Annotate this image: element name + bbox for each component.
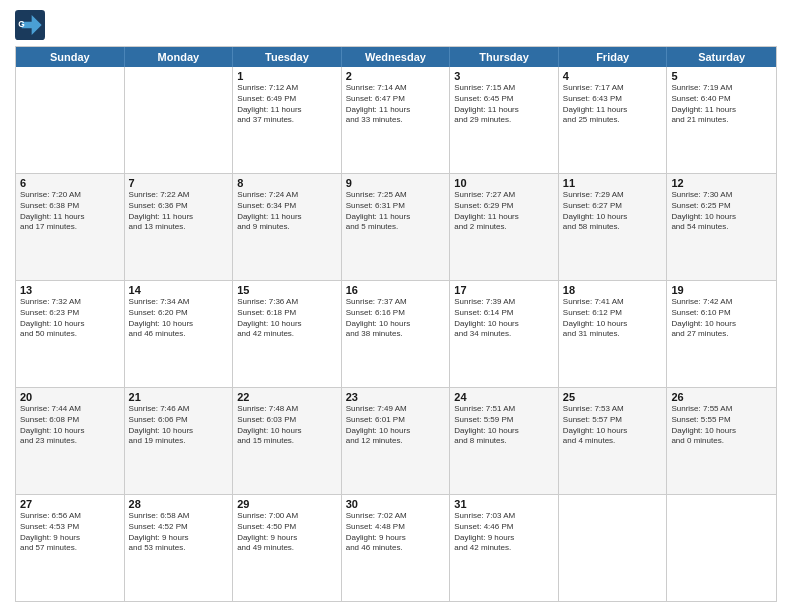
day-number: 8 (237, 177, 337, 189)
calendar-cell: 27Sunrise: 6:56 AM Sunset: 4:53 PM Dayli… (16, 495, 125, 601)
day-number: 22 (237, 391, 337, 403)
cell-detail: Sunrise: 7:25 AM Sunset: 6:31 PM Dayligh… (346, 190, 446, 233)
day-number: 7 (129, 177, 229, 189)
cell-detail: Sunrise: 7:24 AM Sunset: 6:34 PM Dayligh… (237, 190, 337, 233)
cell-detail: Sunrise: 7:20 AM Sunset: 6:38 PM Dayligh… (20, 190, 120, 233)
day-number: 1 (237, 70, 337, 82)
cell-detail: Sunrise: 7:12 AM Sunset: 6:49 PM Dayligh… (237, 83, 337, 126)
day-number: 25 (563, 391, 663, 403)
calendar-cell: 14Sunrise: 7:34 AM Sunset: 6:20 PM Dayli… (125, 281, 234, 387)
cell-detail: Sunrise: 6:56 AM Sunset: 4:53 PM Dayligh… (20, 511, 120, 554)
day-number: 9 (346, 177, 446, 189)
calendar-cell: 15Sunrise: 7:36 AM Sunset: 6:18 PM Dayli… (233, 281, 342, 387)
calendar-cell: 28Sunrise: 6:58 AM Sunset: 4:52 PM Dayli… (125, 495, 234, 601)
calendar-cell: 24Sunrise: 7:51 AM Sunset: 5:59 PM Dayli… (450, 388, 559, 494)
day-number: 30 (346, 498, 446, 510)
cell-detail: Sunrise: 7:53 AM Sunset: 5:57 PM Dayligh… (563, 404, 663, 447)
calendar-cell: 26Sunrise: 7:55 AM Sunset: 5:55 PM Dayli… (667, 388, 776, 494)
calendar-row-1: 6Sunrise: 7:20 AM Sunset: 6:38 PM Daylig… (16, 173, 776, 280)
day-number: 12 (671, 177, 772, 189)
calendar-cell: 31Sunrise: 7:03 AM Sunset: 4:46 PM Dayli… (450, 495, 559, 601)
day-number: 6 (20, 177, 120, 189)
cell-detail: Sunrise: 7:00 AM Sunset: 4:50 PM Dayligh… (237, 511, 337, 554)
cell-detail: Sunrise: 7:02 AM Sunset: 4:48 PM Dayligh… (346, 511, 446, 554)
cell-detail: Sunrise: 7:39 AM Sunset: 6:14 PM Dayligh… (454, 297, 554, 340)
day-number: 10 (454, 177, 554, 189)
day-number: 2 (346, 70, 446, 82)
day-number: 5 (671, 70, 772, 82)
header: G (15, 10, 777, 40)
calendar-cell: 1Sunrise: 7:12 AM Sunset: 6:49 PM Daylig… (233, 67, 342, 173)
calendar-cell: 30Sunrise: 7:02 AM Sunset: 4:48 PM Dayli… (342, 495, 451, 601)
day-number: 27 (20, 498, 120, 510)
calendar-cell: 18Sunrise: 7:41 AM Sunset: 6:12 PM Dayli… (559, 281, 668, 387)
day-number: 11 (563, 177, 663, 189)
calendar-cell: 10Sunrise: 7:27 AM Sunset: 6:29 PM Dayli… (450, 174, 559, 280)
calendar-cell: 16Sunrise: 7:37 AM Sunset: 6:16 PM Dayli… (342, 281, 451, 387)
cell-detail: Sunrise: 6:58 AM Sunset: 4:52 PM Dayligh… (129, 511, 229, 554)
calendar-cell: 9Sunrise: 7:25 AM Sunset: 6:31 PM Daylig… (342, 174, 451, 280)
cell-detail: Sunrise: 7:41 AM Sunset: 6:12 PM Dayligh… (563, 297, 663, 340)
day-header-saturday: Saturday (667, 47, 776, 67)
calendar-row-3: 20Sunrise: 7:44 AM Sunset: 6:08 PM Dayli… (16, 387, 776, 494)
day-number: 17 (454, 284, 554, 296)
day-number: 24 (454, 391, 554, 403)
calendar-cell: 2Sunrise: 7:14 AM Sunset: 6:47 PM Daylig… (342, 67, 451, 173)
day-number: 28 (129, 498, 229, 510)
day-number: 14 (129, 284, 229, 296)
calendar-header: SundayMondayTuesdayWednesdayThursdayFrid… (16, 47, 776, 67)
calendar-cell: 7Sunrise: 7:22 AM Sunset: 6:36 PM Daylig… (125, 174, 234, 280)
cell-detail: Sunrise: 7:14 AM Sunset: 6:47 PM Dayligh… (346, 83, 446, 126)
cell-detail: Sunrise: 7:46 AM Sunset: 6:06 PM Dayligh… (129, 404, 229, 447)
day-number: 3 (454, 70, 554, 82)
cell-detail: Sunrise: 7:48 AM Sunset: 6:03 PM Dayligh… (237, 404, 337, 447)
cell-detail: Sunrise: 7:34 AM Sunset: 6:20 PM Dayligh… (129, 297, 229, 340)
cell-detail: Sunrise: 7:51 AM Sunset: 5:59 PM Dayligh… (454, 404, 554, 447)
calendar-cell (667, 495, 776, 601)
svg-text:G: G (18, 19, 24, 29)
calendar-cell: 17Sunrise: 7:39 AM Sunset: 6:14 PM Dayli… (450, 281, 559, 387)
calendar-cell: 8Sunrise: 7:24 AM Sunset: 6:34 PM Daylig… (233, 174, 342, 280)
logo-icon: G (15, 10, 45, 40)
day-number: 26 (671, 391, 772, 403)
calendar-cell: 3Sunrise: 7:15 AM Sunset: 6:45 PM Daylig… (450, 67, 559, 173)
page: G SundayMondayTuesdayWednesdayThursdayFr… (0, 0, 792, 612)
cell-detail: Sunrise: 7:44 AM Sunset: 6:08 PM Dayligh… (20, 404, 120, 447)
day-header-wednesday: Wednesday (342, 47, 451, 67)
calendar-cell: 25Sunrise: 7:53 AM Sunset: 5:57 PM Dayli… (559, 388, 668, 494)
day-number: 13 (20, 284, 120, 296)
calendar-cell: 5Sunrise: 7:19 AM Sunset: 6:40 PM Daylig… (667, 67, 776, 173)
calendar-cell: 12Sunrise: 7:30 AM Sunset: 6:25 PM Dayli… (667, 174, 776, 280)
cell-detail: Sunrise: 7:15 AM Sunset: 6:45 PM Dayligh… (454, 83, 554, 126)
calendar-row-0: 1Sunrise: 7:12 AM Sunset: 6:49 PM Daylig… (16, 67, 776, 173)
calendar-cell (16, 67, 125, 173)
calendar-body: 1Sunrise: 7:12 AM Sunset: 6:49 PM Daylig… (16, 67, 776, 601)
cell-detail: Sunrise: 7:17 AM Sunset: 6:43 PM Dayligh… (563, 83, 663, 126)
calendar-cell: 20Sunrise: 7:44 AM Sunset: 6:08 PM Dayli… (16, 388, 125, 494)
calendar-cell: 21Sunrise: 7:46 AM Sunset: 6:06 PM Dayli… (125, 388, 234, 494)
day-header-thursday: Thursday (450, 47, 559, 67)
cell-detail: Sunrise: 7:27 AM Sunset: 6:29 PM Dayligh… (454, 190, 554, 233)
calendar-cell: 13Sunrise: 7:32 AM Sunset: 6:23 PM Dayli… (16, 281, 125, 387)
calendar-cell: 6Sunrise: 7:20 AM Sunset: 6:38 PM Daylig… (16, 174, 125, 280)
cell-detail: Sunrise: 7:49 AM Sunset: 6:01 PM Dayligh… (346, 404, 446, 447)
calendar-cell: 19Sunrise: 7:42 AM Sunset: 6:10 PM Dayli… (667, 281, 776, 387)
calendar-row-2: 13Sunrise: 7:32 AM Sunset: 6:23 PM Dayli… (16, 280, 776, 387)
calendar-cell: 4Sunrise: 7:17 AM Sunset: 6:43 PM Daylig… (559, 67, 668, 173)
calendar-cell (125, 67, 234, 173)
day-number: 16 (346, 284, 446, 296)
cell-detail: Sunrise: 7:36 AM Sunset: 6:18 PM Dayligh… (237, 297, 337, 340)
day-header-tuesday: Tuesday (233, 47, 342, 67)
cell-detail: Sunrise: 7:32 AM Sunset: 6:23 PM Dayligh… (20, 297, 120, 340)
cell-detail: Sunrise: 7:42 AM Sunset: 6:10 PM Dayligh… (671, 297, 772, 340)
cell-detail: Sunrise: 7:03 AM Sunset: 4:46 PM Dayligh… (454, 511, 554, 554)
day-header-monday: Monday (125, 47, 234, 67)
day-header-sunday: Sunday (16, 47, 125, 67)
calendar-cell: 29Sunrise: 7:00 AM Sunset: 4:50 PM Dayli… (233, 495, 342, 601)
cell-detail: Sunrise: 7:30 AM Sunset: 6:25 PM Dayligh… (671, 190, 772, 233)
cell-detail: Sunrise: 7:37 AM Sunset: 6:16 PM Dayligh… (346, 297, 446, 340)
day-number: 4 (563, 70, 663, 82)
day-number: 29 (237, 498, 337, 510)
day-number: 18 (563, 284, 663, 296)
calendar: SundayMondayTuesdayWednesdayThursdayFrid… (15, 46, 777, 602)
